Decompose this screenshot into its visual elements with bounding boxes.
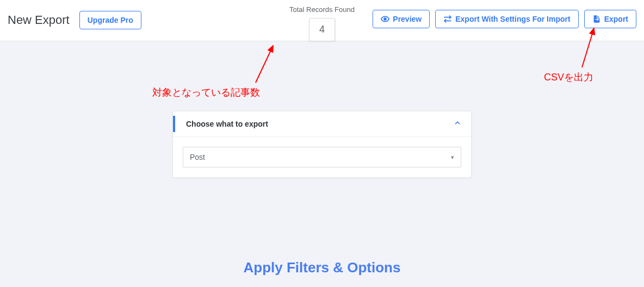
filters-heading[interactable]: Apply Filters & Options [0, 259, 644, 276]
eye-icon [381, 15, 389, 23]
post-type-selected: Post [190, 153, 205, 161]
export-label: Export [604, 15, 628, 23]
card-title: Choose what to export [183, 120, 268, 128]
card-header[interactable]: Choose what to export [173, 111, 471, 137]
records-found-label: Total Records Found [289, 5, 355, 14]
records-found: Total Records Found 4 [289, 5, 355, 41]
topbar-left: New Export Upgrade Pro [8, 5, 141, 29]
records-count: 4 [309, 18, 335, 41]
topbar: New Export Upgrade Pro Total Records Fou… [0, 0, 644, 41]
upgrade-pro-button[interactable]: Upgrade Pro [79, 11, 141, 29]
export-button[interactable]: Export [584, 10, 636, 28]
annotation-records-text: 対象となっている記事数 [152, 86, 260, 99]
caret-down-icon: ▾ [451, 154, 454, 161]
choose-export-card: Choose what to export Post ▾ [172, 111, 472, 178]
card-body: Post ▾ [173, 137, 471, 177]
swap-icon [443, 15, 452, 23]
chevron-up-icon [454, 119, 461, 129]
export-with-settings-label: Export With Settings For Import [455, 15, 570, 23]
file-export-icon [592, 15, 601, 23]
svg-point-0 [384, 18, 386, 20]
preview-button[interactable]: Preview [373, 10, 430, 28]
post-type-select[interactable]: Post ▾ [183, 147, 461, 167]
page-title: New Export [8, 13, 70, 27]
upgrade-pro-label: Upgrade Pro [88, 16, 133, 24]
export-with-settings-button[interactable]: Export With Settings For Import [435, 10, 578, 28]
annotation-export-text: CSVを出力 [544, 71, 593, 84]
topbar-right: Preview Export With Settings For Import [373, 5, 636, 28]
preview-label: Preview [393, 15, 422, 23]
